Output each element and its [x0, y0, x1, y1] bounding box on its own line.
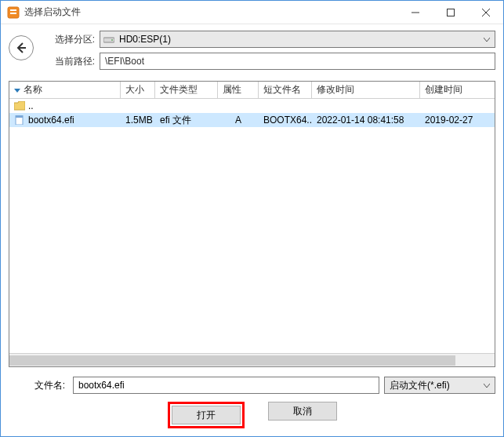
titlebar[interactable]: 选择启动文件: [1, 1, 503, 24]
cancel-button[interactable]: 取消: [268, 402, 337, 421]
chevron-down-icon: [484, 34, 490, 45]
partition-value: HD0:ESP(1): [119, 34, 171, 45]
svg-rect-11: [16, 115, 23, 118]
svg-rect-2: [10, 13, 16, 14]
open-button[interactable]: 打开: [172, 406, 241, 424]
filename-label: 文件名:: [9, 379, 65, 392]
filename-input[interactable]: [73, 377, 379, 394]
col-size[interactable]: 大小: [121, 82, 155, 98]
minimize-button[interactable]: [397, 1, 433, 24]
filter-value: 启动文件(*.efi): [390, 379, 450, 392]
svg-point-9: [111, 39, 113, 41]
chevron-down-icon: [484, 380, 490, 391]
svg-rect-4: [447, 9, 454, 16]
file-icon: [14, 115, 25, 125]
sort-icon: [14, 85, 20, 96]
scrollbar-thumb[interactable]: [9, 355, 455, 366]
maximize-button[interactable]: [433, 1, 468, 24]
col-type[interactable]: 文件类型: [155, 82, 218, 98]
partition-label: 选择分区:: [48, 33, 95, 46]
col-attr[interactable]: 属性: [218, 82, 259, 98]
disk-icon: [103, 35, 114, 43]
row-file[interactable]: bootx64.efi 1.5MB efi 文件 A BOOTX64.... 2…: [9, 113, 495, 127]
folder-icon: [14, 101, 25, 111]
svg-rect-1: [10, 9, 16, 11]
open-button-highlight: 打开: [168, 402, 245, 428]
header-area: 选择分区: HD0:ESP(1) 当前路径:: [1, 24, 503, 78]
filter-combo[interactable]: 启动文件(*.efi): [384, 377, 495, 394]
file-list: 名称 大小 文件类型 属性 短文件名 修改时间 创建时间 .. bootx64.…: [9, 81, 495, 367]
col-short[interactable]: 短文件名: [259, 82, 312, 98]
bottom-area: 文件名: 启动文件(*.efi) 打开 取消: [1, 372, 503, 436]
col-mod[interactable]: 修改时间: [312, 82, 420, 98]
row-up[interactable]: ..: [9, 99, 495, 113]
path-input[interactable]: [100, 53, 495, 70]
col-name[interactable]: 名称: [9, 82, 121, 98]
dialog-window: 选择启动文件 选择分区: HD0:ESP(1) 当前路径:: [0, 0, 504, 437]
window-title: 选择启动文件: [24, 5, 397, 19]
list-body[interactable]: .. bootx64.efi 1.5MB efi 文件 A BOOTX64...…: [9, 99, 495, 353]
arrow-left-icon: [14, 41, 28, 55]
list-header: 名称 大小 文件类型 属性 短文件名 修改时间 创建时间: [9, 82, 495, 99]
path-label: 当前路径:: [48, 55, 95, 68]
close-button[interactable]: [468, 1, 503, 24]
app-icon: [7, 6, 20, 19]
back-button[interactable]: [9, 35, 34, 60]
partition-combo[interactable]: HD0:ESP(1): [100, 31, 495, 48]
col-create[interactable]: 创建时间: [420, 82, 495, 98]
horizontal-scrollbar[interactable]: [9, 353, 495, 366]
